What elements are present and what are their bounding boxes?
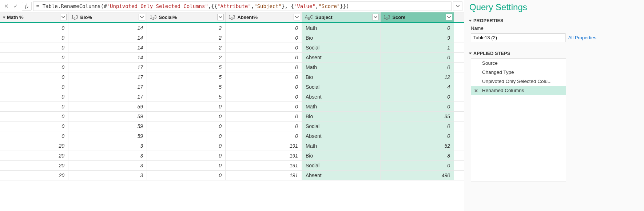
- cell[interactable]: 0: [381, 23, 454, 33]
- cell[interactable]: 0: [226, 82, 302, 92]
- cell[interactable]: 5: [147, 72, 226, 82]
- cell[interactable]: Absent: [302, 171, 381, 180]
- cell[interactable]: 0: [226, 43, 302, 52]
- table-row[interactable]: 2030191Math52: [0, 141, 464, 151]
- cell[interactable]: 59: [68, 112, 147, 121]
- cell[interactable]: 0: [0, 112, 68, 121]
- cell[interactable]: 0: [226, 63, 302, 72]
- column-header-bio-[interactable]: 123Bio%: [68, 12, 147, 22]
- cell[interactable]: 17: [68, 82, 147, 92]
- cell[interactable]: 0: [226, 122, 302, 131]
- delete-step-icon[interactable]: ✕: [474, 88, 478, 93]
- table-row[interactable]: 01750Absent0: [0, 92, 464, 102]
- cell[interactable]: 0: [381, 63, 454, 72]
- table-row[interactable]: 01750Math0: [0, 63, 464, 72]
- table-row[interactable]: 05900Bio35: [0, 112, 464, 122]
- table-row[interactable]: 2030191Bio8: [0, 151, 464, 161]
- column-filter-button[interactable]: [372, 14, 379, 20]
- column-header-score[interactable]: 123Score: [381, 12, 454, 22]
- cell[interactable]: 0: [147, 122, 226, 131]
- cell[interactable]: 3: [68, 141, 147, 151]
- cell[interactable]: Math: [302, 102, 381, 111]
- formula-input[interactable]: = Table.RenameColumns(#"Unpivoted Only S…: [33, 1, 452, 11]
- cell[interactable]: 0: [0, 92, 68, 101]
- cell[interactable]: 20: [0, 151, 68, 160]
- column-filter-button[interactable]: [217, 14, 224, 20]
- cell[interactable]: 3: [68, 171, 147, 180]
- applied-step[interactable]: ✕Renamed Columns: [471, 86, 566, 95]
- cell[interactable]: 2: [147, 53, 226, 62]
- cell[interactable]: 1: [381, 43, 454, 52]
- cell[interactable]: 35: [381, 112, 454, 121]
- cell[interactable]: 2: [147, 23, 226, 33]
- cell[interactable]: 0: [381, 161, 454, 170]
- cell[interactable]: 0: [226, 92, 302, 101]
- cell[interactable]: 0: [147, 161, 226, 170]
- cell[interactable]: 14: [68, 43, 147, 52]
- cell[interactable]: Absent: [302, 92, 381, 101]
- column-filter-button[interactable]: [139, 14, 145, 20]
- cell[interactable]: 5: [147, 92, 226, 101]
- cell[interactable]: 0: [226, 53, 302, 62]
- table-row[interactable]: 01750Social4: [0, 82, 464, 92]
- cell[interactable]: 0: [226, 102, 302, 111]
- cell[interactable]: 0: [0, 33, 68, 43]
- column-header-subject[interactable]: ABCSubject: [302, 12, 381, 22]
- cell[interactable]: 0: [226, 23, 302, 33]
- table-row[interactable]: 01420Math0: [0, 23, 464, 33]
- cell[interactable]: 0: [0, 53, 68, 62]
- cell[interactable]: 3: [68, 161, 147, 170]
- table-row[interactable]: 01420Social1: [0, 43, 464, 53]
- applied-step[interactable]: Changed Type: [471, 68, 566, 77]
- cell[interactable]: 20: [0, 171, 68, 180]
- cell[interactable]: Bio: [302, 151, 381, 160]
- cell[interactable]: 191: [226, 141, 302, 151]
- cell[interactable]: 0: [381, 53, 454, 62]
- cell[interactable]: 2: [147, 43, 226, 52]
- column-filter-button[interactable]: [446, 14, 452, 20]
- cell[interactable]: Math: [302, 63, 381, 72]
- cell[interactable]: 20: [0, 161, 68, 170]
- table-row[interactable]: 01420Absent0: [0, 53, 464, 63]
- cell[interactable]: Social: [302, 43, 381, 52]
- cell[interactable]: 9: [381, 33, 454, 43]
- cell[interactable]: 0: [381, 122, 454, 131]
- cell[interactable]: Social: [302, 82, 381, 92]
- table-row[interactable]: 01750Bio12: [0, 72, 464, 82]
- cell[interactable]: Bio: [302, 72, 381, 82]
- cell[interactable]: 12: [381, 72, 454, 82]
- column-filter-button[interactable]: [294, 14, 300, 20]
- cell[interactable]: 0: [226, 72, 302, 82]
- cell[interactable]: 0: [0, 102, 68, 111]
- formula-expand-button[interactable]: [453, 1, 462, 11]
- cell[interactable]: Absent: [302, 131, 381, 141]
- cell[interactable]: 0: [147, 112, 226, 121]
- cell[interactable]: Math: [302, 23, 381, 33]
- cell[interactable]: 20: [0, 141, 68, 151]
- cell[interactable]: 17: [68, 63, 147, 72]
- cell[interactable]: 3: [68, 151, 147, 160]
- cancel-formula-button[interactable]: ✕: [1, 1, 11, 11]
- commit-formula-button[interactable]: ✓: [11, 1, 20, 11]
- column-filter-button[interactable]: [60, 14, 67, 20]
- table-row[interactable]: 05900Math0: [0, 102, 464, 112]
- table-row[interactable]: 05900Social0: [0, 122, 464, 131]
- cell[interactable]: 59: [68, 102, 147, 111]
- cell[interactable]: 0: [0, 131, 68, 141]
- cell[interactable]: 0: [0, 43, 68, 52]
- cell[interactable]: Bio: [302, 33, 381, 43]
- cell[interactable]: Social: [302, 161, 381, 170]
- cell[interactable]: 5: [147, 82, 226, 92]
- cell[interactable]: Bio: [302, 112, 381, 121]
- cell[interactable]: 59: [68, 122, 147, 131]
- column-header-social-[interactable]: 123Social%: [147, 12, 226, 22]
- cell[interactable]: 0: [226, 112, 302, 121]
- cell[interactable]: 0: [0, 82, 68, 92]
- applied-step[interactable]: Unpivoted Only Selected Colu...: [471, 77, 566, 86]
- table-row[interactable]: 2030191Absent490: [0, 171, 464, 180]
- query-name-input[interactable]: [471, 33, 565, 42]
- table-row[interactable]: 01420Bio9: [0, 33, 464, 43]
- cell[interactable]: 0: [0, 63, 68, 72]
- cell[interactable]: 0: [381, 131, 454, 141]
- cell[interactable]: 0: [0, 122, 68, 131]
